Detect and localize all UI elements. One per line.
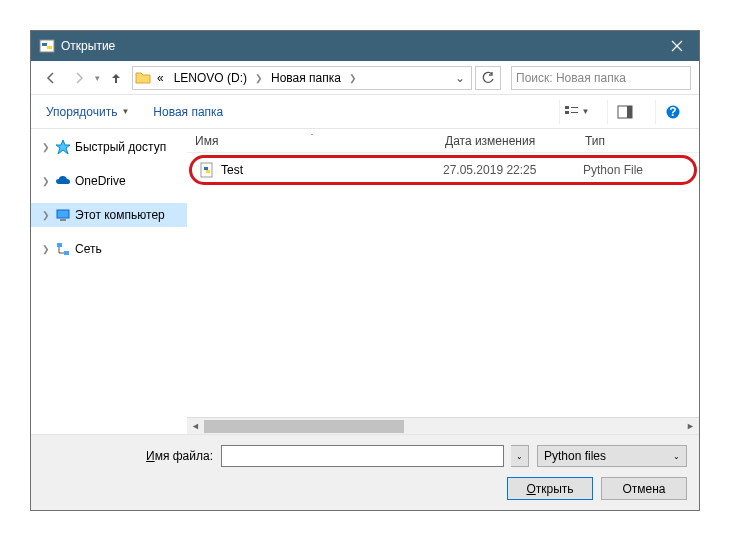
expand-icon[interactable]: ❯ <box>41 244 51 254</box>
forward-button[interactable] <box>67 66 91 90</box>
column-name[interactable]: ˆ Имя <box>187 134 437 148</box>
svg-text:?: ? <box>669 105 676 119</box>
svg-rect-3 <box>571 107 578 108</box>
file-type: Python File <box>583 163 693 177</box>
refresh-icon <box>481 71 495 85</box>
python-file-icon <box>199 162 215 178</box>
open-button[interactable]: Открыть <box>507 477 593 500</box>
file-list-pane: ˆ Имя Дата изменения Тип Test 27.05.2019… <box>187 129 699 434</box>
computer-icon <box>55 207 71 223</box>
cancel-button[interactable]: Отмена <box>601 477 687 500</box>
open-file-dialog: Открытие ▾ « LENOVO (D:) ❯ Новая папка ❯… <box>30 30 700 511</box>
navigation-pane: ❯ Быстрый доступ ❯ OneDrive ❯ Этот компь… <box>31 129 187 434</box>
search-placeholder: Поиск: Новая папка <box>516 71 626 85</box>
file-date: 27.05.2019 22:25 <box>443 163 583 177</box>
arrow-right-icon <box>72 71 86 85</box>
dialog-buttons: Открыть Отмена <box>43 477 687 500</box>
titlebar: Открытие <box>31 31 699 61</box>
scroll-right-button[interactable]: ► <box>682 418 699 435</box>
column-type[interactable]: Тип <box>577 134 687 148</box>
toolbar: Упорядочить ▼ Новая папка ▼ ? <box>31 95 699 129</box>
address-dropdown[interactable]: ⌄ <box>451 71 469 85</box>
chevron-right-icon: ❯ <box>253 73 265 83</box>
filename-history-button[interactable]: ⌄ <box>511 445 529 467</box>
close-button[interactable] <box>655 31 699 61</box>
filename-label: Имя файла: <box>43 449 213 463</box>
back-button[interactable] <box>39 66 63 90</box>
filename-row: Имя файла: ⌄ Python files ⌄ <box>43 445 687 467</box>
content-area: ❯ Быстрый доступ ❯ OneDrive ❯ Этот компь… <box>31 129 699 434</box>
nav-network[interactable]: ❯ Сеть <box>31 237 187 261</box>
svg-rect-6 <box>627 106 632 118</box>
expand-icon[interactable]: ❯ <box>41 210 51 220</box>
nav-onedrive[interactable]: ❯ OneDrive <box>31 169 187 193</box>
chevron-right-icon: ❯ <box>347 73 359 83</box>
navbar: ▾ « LENOVO (D:) ❯ Новая папка ❯ ⌄ Поиск:… <box>31 61 699 95</box>
scroll-thumb[interactable] <box>204 420 404 433</box>
breadcrumb-folder[interactable]: Новая папка <box>267 67 345 89</box>
nav-this-pc[interactable]: ❯ Этот компьютер <box>31 203 187 227</box>
scroll-track[interactable] <box>204 418 682 435</box>
preview-pane-button[interactable] <box>607 100 641 124</box>
breadcrumb-drive[interactable]: LENOVO (D:) <box>170 67 251 89</box>
sort-indicator-icon: ˆ <box>311 132 314 141</box>
file-name: Test <box>221 163 443 177</box>
address-bar[interactable]: « LENOVO (D:) ❯ Новая папка ❯ ⌄ <box>132 66 472 90</box>
breadcrumb-prefix[interactable]: « <box>153 67 168 89</box>
chevron-down-icon: ▼ <box>582 107 590 116</box>
scroll-left-button[interactable]: ◄ <box>187 418 204 435</box>
network-icon <box>55 241 71 257</box>
arrow-left-icon <box>44 71 58 85</box>
chevron-down-icon: ⌄ <box>673 452 680 461</box>
file-row[interactable]: Test 27.05.2019 22:25 Python File <box>193 159 693 181</box>
cloud-icon <box>55 173 71 189</box>
column-date[interactable]: Дата изменения <box>437 134 577 148</box>
organize-button[interactable]: Упорядочить ▼ <box>41 102 134 122</box>
svg-rect-10 <box>60 219 66 221</box>
view-icon <box>564 105 580 119</box>
horizontal-scrollbar[interactable]: ◄ ► <box>187 417 699 434</box>
svg-rect-9 <box>57 210 69 218</box>
expand-icon[interactable]: ❯ <box>41 142 51 152</box>
svg-rect-12 <box>64 251 69 255</box>
bottom-panel: Имя файла: ⌄ Python files ⌄ Открыть Отме… <box>31 434 699 510</box>
filename-input[interactable] <box>221 445 504 467</box>
svg-rect-1 <box>565 106 569 109</box>
star-icon <box>55 139 71 155</box>
expand-icon[interactable]: ❯ <box>41 176 51 186</box>
svg-rect-4 <box>571 112 578 113</box>
new-folder-button[interactable]: Новая папка <box>148 102 228 122</box>
help-icon: ? <box>665 104 681 120</box>
column-headers: ˆ Имя Дата изменения Тип <box>187 129 699 153</box>
folder-icon <box>135 70 151 86</box>
arrow-up-icon <box>109 71 123 85</box>
window-title: Открытие <box>61 39 655 53</box>
search-input[interactable]: Поиск: Новая папка <box>511 66 691 90</box>
pane-icon <box>617 105 633 119</box>
file-list[interactable]: Test 27.05.2019 22:25 Python File <box>187 153 699 417</box>
view-options-button[interactable]: ▼ <box>559 100 593 124</box>
recent-locations-button[interactable]: ▾ <box>95 73 100 83</box>
refresh-button[interactable] <box>475 66 501 90</box>
app-icon <box>39 38 55 54</box>
svg-rect-11 <box>57 243 62 247</box>
svg-rect-2 <box>565 111 569 114</box>
filetype-select[interactable]: Python files ⌄ <box>537 445 687 467</box>
close-icon <box>671 40 683 52</box>
chevron-down-icon: ▼ <box>121 107 129 116</box>
nav-quick-access[interactable]: ❯ Быстрый доступ <box>31 135 187 159</box>
up-button[interactable] <box>104 66 128 90</box>
help-button[interactable]: ? <box>655 100 689 124</box>
